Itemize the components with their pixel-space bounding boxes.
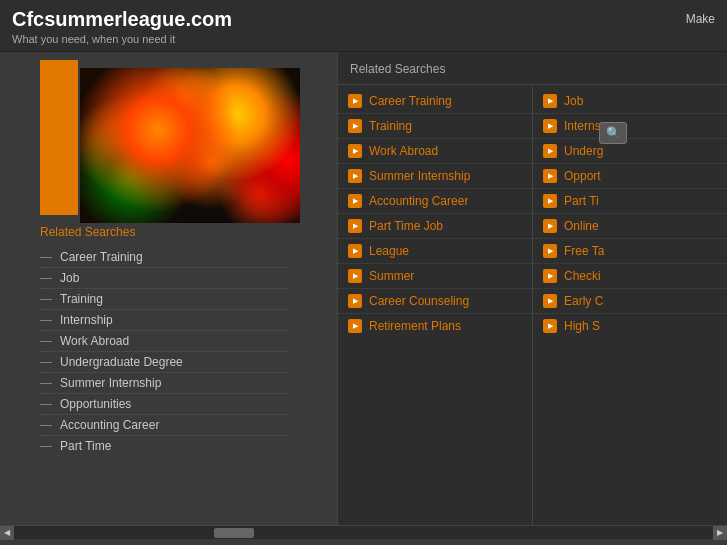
sidebar-item[interactable]: — Internship bbox=[40, 310, 290, 331]
sidebar-link[interactable]: Summer Internship bbox=[60, 376, 161, 390]
right-link[interactable]: Part Time Job bbox=[369, 219, 443, 233]
sidebar-results: Related Searches — Career Training— Job—… bbox=[0, 215, 300, 539]
item-icon bbox=[543, 269, 557, 283]
hero-image bbox=[80, 68, 300, 223]
item-icon bbox=[543, 144, 557, 158]
right-link[interactable]: Career Counseling bbox=[369, 294, 469, 308]
right-link[interactable]: Career Training bbox=[369, 94, 452, 108]
right-item[interactable]: Part Time Job bbox=[338, 214, 532, 239]
right-panel-content: Career Training Training Work Abroad Sum… bbox=[338, 85, 727, 539]
arrow-icon: — bbox=[40, 418, 52, 432]
bottom-scrollbar[interactable]: ◀ ▶ bbox=[0, 525, 727, 539]
site-tagline: What you need, when you need it bbox=[12, 33, 715, 45]
item-icon bbox=[348, 94, 362, 108]
item-icon bbox=[543, 119, 557, 133]
item-icon bbox=[348, 219, 362, 233]
sidebar-item[interactable]: — Part Time bbox=[40, 436, 290, 456]
right-item[interactable]: Opport bbox=[533, 164, 727, 189]
sidebar-link[interactable]: Undergraduate Degree bbox=[60, 355, 183, 369]
item-icon bbox=[348, 119, 362, 133]
arrow-icon: — bbox=[40, 250, 52, 264]
item-icon bbox=[543, 219, 557, 233]
right-item[interactable]: Early C bbox=[533, 289, 727, 314]
bokeh-background bbox=[80, 68, 300, 223]
right-item[interactable]: Summer Internship bbox=[338, 164, 532, 189]
right-link[interactable]: Accounting Career bbox=[369, 194, 468, 208]
right-link[interactable]: Checki bbox=[564, 269, 601, 283]
right-item[interactable]: Work Abroad bbox=[338, 139, 532, 164]
item-icon bbox=[348, 194, 362, 208]
main-content: 🔍 Related Searches — Career Training— Jo… bbox=[0, 52, 727, 539]
right-link[interactable]: Retirement Plans bbox=[369, 319, 461, 333]
sidebar-item[interactable]: — Work Abroad bbox=[40, 331, 290, 352]
make-link[interactable]: Make bbox=[686, 12, 715, 26]
right-item[interactable]: Career Counseling bbox=[338, 289, 532, 314]
right-item[interactable]: Training bbox=[338, 114, 532, 139]
right-col-left: Career Training Training Work Abroad Sum… bbox=[338, 85, 533, 539]
right-link[interactable]: Interns bbox=[564, 119, 601, 133]
sidebar-link[interactable]: Training bbox=[60, 292, 103, 306]
right-item[interactable]: Career Training bbox=[338, 89, 532, 114]
right-item[interactable]: Summer bbox=[338, 264, 532, 289]
right-item[interactable]: Job bbox=[533, 89, 727, 114]
sidebar-item[interactable]: — Job bbox=[40, 268, 290, 289]
item-icon bbox=[348, 319, 362, 333]
sidebar-item[interactable]: — Training bbox=[40, 289, 290, 310]
scroll-left-button[interactable]: ◀ bbox=[0, 526, 14, 540]
sidebar-results-title: Related Searches bbox=[40, 225, 290, 239]
arrow-icon: — bbox=[40, 397, 52, 411]
sidebar-link[interactable]: Accounting Career bbox=[60, 418, 159, 432]
sidebar-item[interactable]: — Accounting Career bbox=[40, 415, 290, 436]
sidebar-item[interactable]: — Undergraduate Degree bbox=[40, 352, 290, 373]
right-link[interactable]: Work Abroad bbox=[369, 144, 438, 158]
right-link[interactable]: Opport bbox=[564, 169, 601, 183]
sidebar-link[interactable]: Career Training bbox=[60, 250, 143, 264]
item-icon bbox=[543, 244, 557, 258]
right-link[interactable]: Training bbox=[369, 119, 412, 133]
arrow-icon: — bbox=[40, 355, 52, 369]
sidebar-link[interactable]: Part Time bbox=[60, 439, 111, 453]
sidebar-link[interactable]: Work Abroad bbox=[60, 334, 129, 348]
item-icon bbox=[348, 169, 362, 183]
right-link[interactable]: High S bbox=[564, 319, 600, 333]
right-link[interactable]: Free Ta bbox=[564, 244, 604, 258]
item-icon bbox=[543, 319, 557, 333]
left-sidebar: 🔍 Related Searches — Career Training— Jo… bbox=[0, 52, 300, 539]
right-item[interactable]: Accounting Career bbox=[338, 189, 532, 214]
right-panel-title: Related Searches bbox=[338, 52, 727, 85]
right-link[interactable]: Online bbox=[564, 219, 599, 233]
scroll-right-button[interactable]: ▶ bbox=[713, 526, 727, 540]
right-item[interactable]: High S bbox=[533, 314, 727, 338]
arrow-icon: — bbox=[40, 292, 52, 306]
sidebar-item[interactable]: — Summer Internship bbox=[40, 373, 290, 394]
right-link[interactable]: Part Ti bbox=[564, 194, 599, 208]
arrow-icon: — bbox=[40, 334, 52, 348]
right-link[interactable]: Summer Internship bbox=[369, 169, 470, 183]
item-icon bbox=[348, 244, 362, 258]
sidebar-link[interactable]: Job bbox=[60, 271, 79, 285]
right-item[interactable]: Interns bbox=[533, 114, 727, 139]
right-item[interactable]: Online bbox=[533, 214, 727, 239]
sidebar-items: — Career Training— Job— Training— Intern… bbox=[40, 247, 290, 456]
item-icon bbox=[543, 194, 557, 208]
right-item[interactable]: Checki bbox=[533, 264, 727, 289]
right-col-right: Job Interns Underg Opport Part Ti Online… bbox=[533, 85, 727, 539]
scroll-thumb[interactable] bbox=[214, 528, 254, 538]
right-item[interactable]: Underg bbox=[533, 139, 727, 164]
item-icon bbox=[348, 269, 362, 283]
right-link[interactable]: Underg bbox=[564, 144, 603, 158]
item-icon bbox=[348, 144, 362, 158]
right-item[interactable]: Free Ta bbox=[533, 239, 727, 264]
item-icon bbox=[543, 94, 557, 108]
right-link[interactable]: Job bbox=[564, 94, 583, 108]
right-item[interactable]: Part Ti bbox=[533, 189, 727, 214]
sidebar-link[interactable]: Internship bbox=[60, 313, 113, 327]
right-link[interactable]: Early C bbox=[564, 294, 603, 308]
right-item[interactable]: League bbox=[338, 239, 532, 264]
sidebar-item[interactable]: — Career Training bbox=[40, 247, 290, 268]
right-item[interactable]: Retirement Plans bbox=[338, 314, 532, 338]
sidebar-link[interactable]: Opportunities bbox=[60, 397, 131, 411]
sidebar-item[interactable]: — Opportunities bbox=[40, 394, 290, 415]
right-link[interactable]: Summer bbox=[369, 269, 414, 283]
right-link[interactable]: League bbox=[369, 244, 409, 258]
